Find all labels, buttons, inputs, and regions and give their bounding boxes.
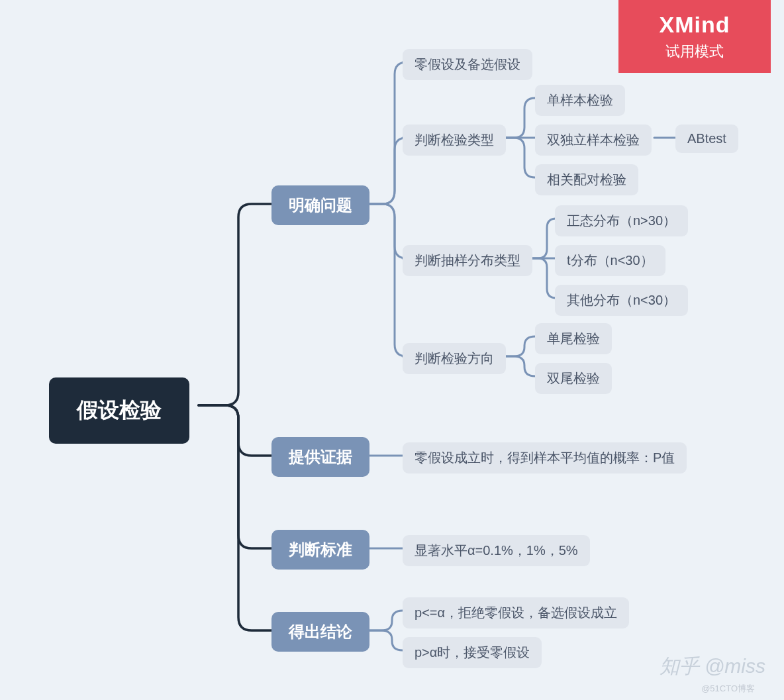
leaf-accept-h0[interactable]: p>α时，接受零假设 — [403, 637, 542, 668]
leaf-label: 其他分布（n<30） — [567, 291, 676, 309]
connector-lines — [0, 0, 784, 700]
leaf-label: t分布（n<30） — [567, 252, 654, 270]
leaf-abtest[interactable]: ABtest — [675, 125, 738, 153]
leaf-null-hypothesis[interactable]: 零假设及备选假设 — [403, 49, 532, 80]
xmind-watermark: XMind 试用模式 — [618, 0, 771, 73]
leaf-label: 零假设成立时，得到样本平均值的概率：P值 — [415, 449, 675, 467]
leaf-label: p>α时，接受零假设 — [415, 644, 530, 662]
leaf-label: 显著水平α=0.1%，1%，5% — [415, 542, 578, 560]
branch-label: 判断标准 — [289, 539, 352, 560]
branch-label: 得出结论 — [289, 621, 352, 642]
leaf-paired[interactable]: 相关配对检验 — [535, 164, 638, 195]
leaf-t-dist[interactable]: t分布（n<30） — [555, 245, 665, 276]
leaf-alpha[interactable]: 显著水平α=0.1%，1%，5% — [403, 535, 590, 566]
branch-provide-evidence[interactable]: 提供证据 — [271, 437, 369, 477]
leaf-two-independent[interactable]: 双独立样本检验 — [535, 125, 652, 156]
branch-label: 提供证据 — [289, 446, 352, 468]
leaf-label: 判断检验类型 — [415, 131, 494, 149]
leaf-label: 正态分布（n>30） — [567, 212, 676, 230]
branch-criteria[interactable]: 判断标准 — [271, 530, 369, 570]
leaf-label: 相关配对检验 — [547, 171, 626, 189]
branch-label: 明确问题 — [289, 195, 352, 216]
watermark-mode: 试用模式 — [618, 42, 771, 62]
leaf-label: 单样本检验 — [547, 91, 613, 109]
leaf-label: 判断抽样分布类型 — [415, 252, 520, 270]
cto-watermark: @51CTO博客 — [701, 683, 755, 695]
leaf-one-tailed[interactable]: 单尾检验 — [535, 323, 612, 354]
leaf-reject-h0[interactable]: p<=α，拒绝零假设，备选假设成立 — [403, 597, 629, 628]
branch-conclusion[interactable]: 得出结论 — [271, 612, 369, 652]
leaf-p-value[interactable]: 零假设成立时，得到样本平均值的概率：P值 — [403, 442, 687, 474]
leaf-label: 判断检验方向 — [415, 350, 494, 368]
leaf-label: 单尾检验 — [547, 330, 600, 348]
root-label: 假设检验 — [77, 396, 162, 425]
root-node[interactable]: 假设检验 — [49, 377, 189, 444]
leaf-single-sample[interactable]: 单样本检验 — [535, 85, 625, 116]
watermark-brand: XMind — [618, 12, 771, 38]
leaf-normal-dist[interactable]: 正态分布（n>30） — [555, 205, 688, 236]
leaf-test-type[interactable]: 判断检验类型 — [403, 125, 506, 156]
leaf-other-dist[interactable]: 其他分布（n<30） — [555, 285, 688, 316]
leaf-label: 零假设及备选假设 — [415, 56, 520, 74]
leaf-label: 双独立样本检验 — [547, 131, 640, 149]
zhihu-watermark: 知乎 @miss — [660, 653, 765, 680]
leaf-label: ABtest — [687, 131, 726, 146]
leaf-sampling-dist[interactable]: 判断抽样分布类型 — [403, 245, 532, 276]
branch-clarify-problem[interactable]: 明确问题 — [271, 185, 369, 225]
leaf-label: 双尾检验 — [547, 370, 600, 387]
leaf-label: p<=α，拒绝零假设，备选假设成立 — [415, 604, 617, 622]
leaf-two-tailed[interactable]: 双尾检验 — [535, 363, 612, 394]
leaf-test-direction[interactable]: 判断检验方向 — [403, 343, 506, 374]
